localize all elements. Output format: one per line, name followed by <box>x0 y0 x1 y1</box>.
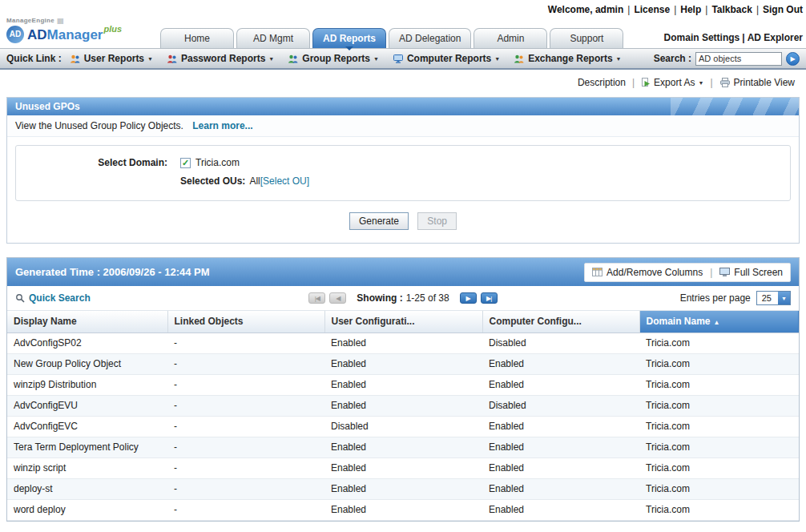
report-toolbar: Description Export As ▼ Printable View <box>0 70 806 95</box>
quick-link-label: Quick Link : <box>6 53 62 64</box>
column-header-domain-name[interactable]: Domain Name▲ <box>639 311 799 332</box>
table-row: AdvConfigEVU-EnabledDisabledTricia.com <box>7 395 799 416</box>
column-header-linked-objects[interactable]: Linked Objects <box>167 311 324 332</box>
cell-computer-configuration: Enabled <box>482 457 639 478</box>
tab-ad-mgmt[interactable]: AD Mgmt <box>236 28 310 48</box>
cell-linked-objects: - <box>167 499 324 520</box>
product-name-manager: Manager <box>47 28 103 42</box>
quick-link-bar: Quick Link : User Reports ▼ Password Rep… <box>0 48 806 70</box>
help-link[interactable]: Help <box>680 4 701 15</box>
showing-range: 1-25 of 38 <box>406 292 449 304</box>
tab-ad-delegation[interactable]: AD Delegation <box>389 28 471 48</box>
entries-per-page-label: Entries per page <box>680 292 751 304</box>
export-as-button[interactable]: Export As ▼ <box>641 77 703 88</box>
license-link[interactable]: License <box>634 4 670 15</box>
cell-domain-name: Tricia.com <box>639 332 799 353</box>
chevron-down-icon: ▼ <box>616 56 622 62</box>
tab-admin[interactable]: Admin <box>474 28 547 48</box>
quicklink-computer-reports[interactable]: Computer Reports ▼ <box>393 53 500 64</box>
talkback-link[interactable]: Talkback <box>711 4 752 15</box>
selected-ous-label: Selected OUs: <box>180 175 245 187</box>
cell-linked-objects: - <box>167 353 324 374</box>
cell-user-configuration: Enabled <box>324 353 482 374</box>
column-header-user-configuration[interactable]: User Configurati... <box>324 311 482 332</box>
entries-per-page-area: Entries per page 25 ▼ <box>590 291 791 305</box>
quicklink-exchange-reports[interactable]: Exchange Reports ▼ <box>514 53 621 64</box>
separator <box>705 4 707 15</box>
chevron-down-icon: ▼ <box>373 56 379 62</box>
product-name-plus: plus <box>103 25 122 34</box>
results-panel: Generated Time : 2006/09/26 - 12:44 PM A… <box>6 257 800 522</box>
description-link[interactable]: Description <box>578 77 626 88</box>
chevron-down-icon: ▼ <box>698 80 703 86</box>
generated-time-text: Generated Time : 2006/09/26 - 12:44 PM <box>15 266 210 278</box>
cell-user-configuration: Disabled <box>324 416 482 437</box>
tab-home[interactable]: Home <box>160 28 234 48</box>
cell-linked-objects: - <box>167 457 324 478</box>
cell-display-name: winzip script <box>7 457 167 478</box>
generate-button[interactable]: Generate <box>349 212 409 230</box>
report-description-row: View the Unused Group Policy Objects. Le… <box>7 115 799 137</box>
manageengine-wordmark: ManageEngine|||||| <box>6 18 121 24</box>
quick-search-area: Quick Search <box>15 292 216 304</box>
cell-display-name: New Group Policy Object <box>7 353 167 374</box>
stop-button: Stop <box>417 212 457 230</box>
first-page-button: |◀ <box>308 292 325 304</box>
quick-search-link[interactable]: Quick Search <box>29 292 91 304</box>
column-header-computer-configuration[interactable]: Computer Configu... <box>482 311 639 332</box>
table-row: winzip script-EnabledEnabledTricia.com <box>7 457 799 478</box>
cell-user-configuration: Enabled <box>324 499 482 520</box>
separator <box>710 77 712 88</box>
signout-link[interactable]: Sign Out <box>763 4 803 15</box>
cell-linked-objects: - <box>167 374 324 395</box>
ad-explorer-link[interactable]: AD Explorer <box>748 32 803 43</box>
full-screen-button[interactable]: Full Screen <box>719 267 783 278</box>
table-controls-row: Quick Search |◀ ◀ Showing :1-25 of 38 ▶ … <box>7 286 799 311</box>
learn-more-link[interactable]: Learn more... <box>192 120 252 131</box>
domain-checkbox[interactable]: ✓ <box>180 158 191 168</box>
quicklink-user-reports[interactable]: User Reports ▼ <box>70 53 153 64</box>
pagination: |◀ ◀ Showing :1-25 of 38 ▶ ▶| <box>216 292 590 304</box>
search-go-button[interactable]: ▶ <box>786 52 800 66</box>
separator <box>627 4 630 15</box>
quicklink-group-reports[interactable]: Group Reports ▼ <box>288 53 379 64</box>
table-row: New Group Policy Object-EnabledEnabledTr… <box>7 353 799 374</box>
add-remove-columns-button[interactable]: Add/Remove Columns <box>592 267 703 278</box>
select-domain-label: Select Domain: <box>16 157 180 168</box>
table-row: Tera Term Deployment Policy-EnabledEnabl… <box>7 437 799 457</box>
cell-user-configuration: Enabled <box>324 332 482 353</box>
cell-linked-objects: - <box>167 395 324 416</box>
table-row: AdvConfigSP02-EnabledDisabledTricia.com <box>7 332 799 353</box>
report-table: Display Name Linked Objects User Configu… <box>7 311 799 521</box>
cell-domain-name: Tricia.com <box>639 353 799 374</box>
cell-display-name: deploy-st <box>7 478 167 499</box>
prev-page-button: ◀ <box>329 292 346 304</box>
search-input[interactable] <box>695 52 782 66</box>
cell-domain-name: Tricia.com <box>639 478 799 499</box>
quicklink-password-reports[interactable]: Password Reports ▼ <box>167 53 274 64</box>
chevron-down-icon: ▼ <box>494 56 500 62</box>
table-row: AdvConfigEVC-DisabledEnabledTricia.com <box>7 416 799 437</box>
cell-computer-configuration: Enabled <box>482 374 639 395</box>
separator <box>710 267 712 278</box>
domain-settings-link[interactable]: Domain Settings <box>664 32 740 43</box>
tab-support[interactable]: Support <box>550 28 623 48</box>
column-header-display-name[interactable]: Display Name <box>7 311 167 332</box>
table-row: word deploy-EnabledEnabledTricia.com <box>7 499 799 520</box>
domain-name: Tricia.com <box>195 157 240 168</box>
search-icon <box>15 293 25 303</box>
printable-view-button[interactable]: Printable View <box>719 77 796 88</box>
app-logo: ManageEngine|||||| AD ADManagerplus <box>6 18 121 43</box>
cell-domain-name: Tricia.com <box>639 416 799 437</box>
entries-per-page-select[interactable]: 25 ▼ <box>756 291 791 305</box>
search-area: Search : ▶ <box>654 52 800 66</box>
domain-selection-box: Select Domain: ✓ Tricia.com Selected OUs… <box>15 145 791 201</box>
cell-user-configuration: Enabled <box>324 437 482 457</box>
next-page-button[interactable]: ▶ <box>460 292 477 304</box>
panel-title-bar: Unused GPOs <box>7 98 799 115</box>
printer-icon <box>719 78 731 87</box>
last-page-button[interactable]: ▶| <box>481 292 498 304</box>
table-row: winzip9 Distribution-EnabledEnabledTrici… <box>7 374 799 395</box>
select-ou-link[interactable]: [Select OU] <box>260 175 309 187</box>
tab-ad-reports[interactable]: AD Reports <box>312 28 386 48</box>
